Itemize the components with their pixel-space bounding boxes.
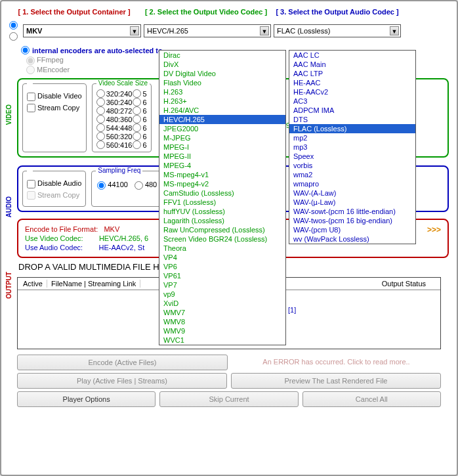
video-codec-option[interactable]: vp9 xyxy=(159,290,285,299)
disable-video-checkbox[interactable]: Disable Video xyxy=(27,92,82,101)
audio-codec-option[interactable]: HE-AAC xyxy=(289,78,415,87)
audio-codec-option[interactable]: wmapro xyxy=(289,179,415,188)
audio-codec-option[interactable]: FLAC (Lossless) xyxy=(289,124,415,133)
encode-button[interactable]: Encode (Active Files) xyxy=(17,355,228,370)
video-codec-option[interactable]: FFV1 (Lossless) xyxy=(159,198,285,207)
sf-480[interactable]: 480 xyxy=(135,181,157,190)
video-codec-option[interactable]: Lagarith (Lossless) xyxy=(159,216,285,225)
scale-option[interactable]: 480:272 xyxy=(96,106,133,115)
audio-codec-list[interactable]: AAC LCAAC MainAAC LTPHE-AACHE-AACv2AC3AD… xyxy=(289,50,416,244)
audio-codec-option[interactable]: AAC LC xyxy=(289,51,415,60)
audio-codec-option[interactable]: WAV-(A-Law) xyxy=(289,188,415,198)
container-radio-1[interactable] xyxy=(9,21,18,30)
video-codec-option[interactable]: huffYUV (Lossless) xyxy=(159,207,285,216)
video-codec-option[interactable]: Screen Video BGR24 (Lossless) xyxy=(159,234,285,244)
video-codec-option[interactable]: Theora xyxy=(159,244,285,253)
scale-option[interactable]: 480:360 xyxy=(96,115,133,123)
error-message[interactable]: An ERROR has occurred. Click to read mor… xyxy=(232,355,441,370)
audio-codec-option[interactable]: WAV-(µ-Law) xyxy=(289,198,415,207)
video-codec-option[interactable]: VP61 xyxy=(159,271,285,280)
video-codec-value: HEVC/H.265 xyxy=(147,27,188,35)
video-codec-option[interactable]: CamStudio (Lossless) xyxy=(159,188,285,198)
scale-option[interactable]: 6 xyxy=(133,123,146,132)
video-codec-option[interactable]: JPEG2000 xyxy=(159,124,285,133)
video-codec-option[interactable]: WVC1 xyxy=(159,335,285,345)
audio-codec-option[interactable]: WAV-sowt-(pcm 16 little-endian) xyxy=(289,207,415,216)
video-codec-option[interactable]: MPEG-I xyxy=(159,142,285,152)
video-codec-option[interactable]: Flash Video xyxy=(159,78,285,87)
audio-codec-option[interactable]: mp2 xyxy=(289,133,415,142)
sampling-freq-legend: Sampling Freq xyxy=(96,167,142,174)
video-scale-fieldset: Video Scale Size 320:240360:240480:27248… xyxy=(92,83,152,152)
video-tab-label: VIDEO xyxy=(5,104,12,125)
video-codec-option[interactable]: DivX xyxy=(159,60,285,69)
container-radio-2[interactable] xyxy=(9,32,18,41)
audio-options: Disable Audio Stream Copy xyxy=(22,171,86,207)
internal-label: internal encoders are auto-selected to xyxy=(32,47,163,54)
video-codec-option[interactable]: VP6 xyxy=(159,262,285,271)
scale-option[interactable]: 6 xyxy=(133,115,146,123)
video-codec-option[interactable]: WMV7 xyxy=(159,308,285,317)
step3-label: [ 3. Select the Output Audio Codec ] xyxy=(273,8,402,16)
scale-option[interactable]: 6 xyxy=(133,141,146,149)
container-dropdown[interactable]: MKV ▼ xyxy=(23,24,141,37)
video-codec-option[interactable]: VP4 xyxy=(159,253,285,262)
player-options-button[interactable]: Player Options xyxy=(17,391,156,407)
video-codec-option[interactable]: WMV9 xyxy=(159,326,285,335)
video-codec-option[interactable]: H.263+ xyxy=(159,97,285,106)
audio-codec-option[interactable]: wv (WavPack Lossless) xyxy=(289,234,415,244)
scale-option[interactable]: 320:240 xyxy=(96,89,133,98)
audio-codec-option[interactable]: WAV-(pcm U8) xyxy=(289,225,415,234)
cancel-button[interactable]: Cancel All xyxy=(302,391,441,407)
container-value: MKV xyxy=(26,27,42,35)
col-active[interactable]: Active xyxy=(19,280,47,288)
chevron-down-icon: ▼ xyxy=(390,26,399,35)
audio-codec-option[interactable]: DTS xyxy=(289,115,415,124)
scale-option[interactable]: 560:320 xyxy=(96,132,133,141)
audio-codec-option[interactable]: ADPCM IMA xyxy=(289,106,415,115)
video-codec-option[interactable]: VP7 xyxy=(159,280,285,290)
video-codec-option[interactable]: HEVC/H.265 xyxy=(159,115,285,124)
video-stream-copy-checkbox[interactable]: Stream Copy xyxy=(27,104,82,113)
video-codec-dropdown[interactable]: HEVC/H.265 ▼ xyxy=(144,24,271,37)
video-codec-option[interactable]: Dirac xyxy=(159,51,285,60)
video-codec-option[interactable]: H.264/AVC xyxy=(159,106,285,115)
scale-option[interactable]: 6 xyxy=(133,98,146,106)
video-codec-option[interactable]: MPEG-4 xyxy=(159,161,285,170)
audio-codec-option[interactable]: Speex xyxy=(289,152,415,161)
audio-codec-option[interactable]: WAV-twos-(pcm 16 big-endian) xyxy=(289,216,415,225)
audio-codec-dropdown[interactable]: FLAC (Lossless) ▼ xyxy=(274,24,401,37)
scale-option[interactable]: 5 xyxy=(133,89,146,98)
video-codec-option[interactable]: Raw UnCompressed (Lossless) xyxy=(159,225,285,234)
scale-option[interactable]: 6 xyxy=(133,132,146,141)
skip-button[interactable]: Skip Current xyxy=(159,391,298,407)
video-codec-option[interactable]: DV Digital Video xyxy=(159,69,285,78)
video-codec-option[interactable]: M-JPEG xyxy=(159,133,285,142)
scale-option[interactable]: 544:448 xyxy=(96,123,133,132)
video-codec-option[interactable]: MS-mpeg4-v1 xyxy=(159,170,285,179)
internal-encoder-radio[interactable] xyxy=(21,46,30,54)
video-codec-option[interactable]: WMV8 xyxy=(159,317,285,326)
audio-codec-value: FLAC (Lossless) xyxy=(277,27,330,35)
video-codec-option[interactable]: H.263 xyxy=(159,87,285,97)
audio-codec-option[interactable]: AAC Main xyxy=(289,60,415,69)
audio-codec-option[interactable]: AC3 xyxy=(289,97,415,106)
video-codec-option[interactable]: XviD xyxy=(159,299,285,308)
preview-button[interactable]: Preview The Last Rendered File xyxy=(231,373,441,389)
audio-codec-option[interactable]: vorbis xyxy=(289,161,415,170)
col-status[interactable]: Output Status xyxy=(378,280,439,288)
scale-option[interactable]: 6 xyxy=(133,106,146,115)
scale-option[interactable]: 560:416 xyxy=(96,141,133,149)
play-button[interactable]: Play (Active Files | Streams) xyxy=(17,373,227,389)
audio-codec-option[interactable]: AAC LTP xyxy=(289,69,415,78)
scale-option[interactable]: 360:240 xyxy=(96,98,133,106)
audio-codec-option[interactable]: HE-AACv2 xyxy=(289,87,415,97)
disable-audio-checkbox[interactable]: Disable Audio xyxy=(27,179,81,188)
audio-codec-option[interactable]: mp3 xyxy=(289,142,415,152)
col-filename[interactable]: FileName | Streaming Link xyxy=(47,280,140,288)
video-codec-option[interactable]: MS-mpeg4-v2 xyxy=(159,179,285,188)
video-codec-list[interactable]: DiracDivXDV Digital VideoFlash VideoH.26… xyxy=(159,50,286,345)
audio-codec-option[interactable]: wma2 xyxy=(289,170,415,179)
sf-44100[interactable]: 44100 xyxy=(97,181,128,190)
video-codec-option[interactable]: MPEG-II xyxy=(159,152,285,161)
